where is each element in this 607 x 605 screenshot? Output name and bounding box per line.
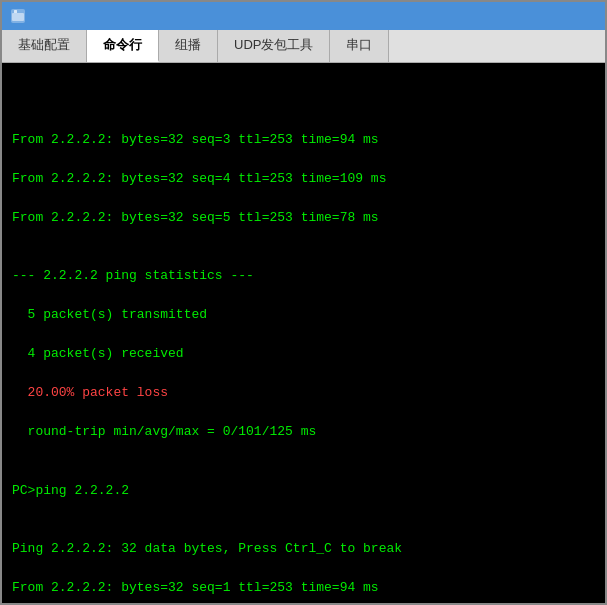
terminal-line: --- 2.2.2.2 ping statistics --- bbox=[12, 266, 595, 286]
tab-组播[interactable]: 组播 bbox=[159, 30, 218, 62]
terminal-line: 4 packet(s) received bbox=[12, 344, 595, 364]
terminal-line: PC>ping 2.2.2.2 bbox=[12, 481, 595, 501]
tab-命令行[interactable]: 命令行 bbox=[87, 30, 159, 62]
terminal-line: Ping 2.2.2.2: 32 data bytes, Press Ctrl_… bbox=[12, 539, 595, 559]
tab-基础配置[interactable]: 基础配置 bbox=[2, 30, 87, 62]
terminal-output[interactable]: From 2.2.2.2: bytes=32 seq=3 ttl=253 tim… bbox=[2, 63, 605, 603]
svg-rect-2 bbox=[14, 10, 17, 13]
title-bar bbox=[2, 2, 605, 30]
tab-串口[interactable]: 串口 bbox=[330, 30, 389, 62]
terminal-line: From 2.2.2.2: bytes=32 seq=3 ttl=253 tim… bbox=[12, 130, 595, 150]
svg-rect-1 bbox=[12, 13, 24, 21]
terminal-line: From 2.2.2.2: bytes=32 seq=5 ttl=253 tim… bbox=[12, 208, 595, 228]
tabs-bar: 基础配置命令行组播UDP发包工具串口 bbox=[2, 30, 605, 63]
terminal-line: From 2.2.2.2: bytes=32 seq=1 ttl=253 tim… bbox=[12, 578, 595, 598]
window: 基础配置命令行组播UDP发包工具串口 From 2.2.2.2: bytes=3… bbox=[0, 0, 607, 605]
terminal-line: From 2.2.2.2: bytes=32 seq=4 ttl=253 tim… bbox=[12, 169, 595, 189]
terminal-line: 20.00% packet loss bbox=[12, 383, 595, 403]
terminal-line: round-trip min/avg/max = 0/101/125 ms bbox=[12, 422, 595, 442]
tab-UDP发包工具[interactable]: UDP发包工具 bbox=[218, 30, 330, 62]
window-icon bbox=[10, 8, 26, 24]
terminal-line: 5 packet(s) transmitted bbox=[12, 305, 595, 325]
